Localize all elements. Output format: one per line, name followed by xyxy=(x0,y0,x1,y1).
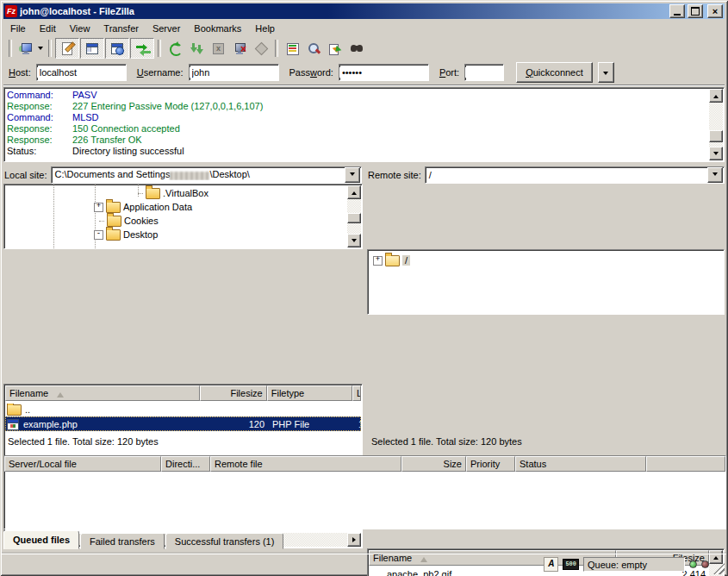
synchronized-browsing-icon xyxy=(350,41,364,55)
local-directory-tree[interactable]: .VirtualBox + Application Data Cookies -… xyxy=(3,184,363,249)
cancel-operation-button[interactable]: x xyxy=(208,39,228,58)
combo-dropdown-button[interactable] xyxy=(707,167,723,183)
title-bar[interactable]: Fz john@localhost - FileZilla × xyxy=(3,3,725,19)
transfer-queue[interactable]: Server/Local file Directi... Remote file… xyxy=(3,455,726,529)
combo-dropdown-button[interactable] xyxy=(345,167,360,183)
scroll-right-button[interactable] xyxy=(347,533,361,547)
toggle-transfer-queue-button[interactable] xyxy=(130,38,154,59)
site-manager-icon xyxy=(19,41,33,55)
compare-directories-icon xyxy=(328,41,342,55)
toggle-remote-tree-button[interactable] xyxy=(105,38,129,59)
menu-file[interactable]: File xyxy=(3,22,33,35)
toggle-local-tree-button[interactable] xyxy=(80,38,104,59)
remote-directory-tree[interactable]: + / xyxy=(367,249,725,315)
tree-item-desktop[interactable]: - Desktop xyxy=(94,228,158,241)
menu-help[interactable]: Help xyxy=(248,22,282,35)
toolbar-separator xyxy=(9,40,12,57)
quickconnect-button[interactable]: Quickconnect xyxy=(516,62,593,83)
dropdown-arrow-icon xyxy=(712,172,718,178)
local-file-row-example-php[interactable]: example.php 120 PHP File 1 xyxy=(5,416,361,431)
tree-expander-icon[interactable]: - xyxy=(94,230,103,240)
host-input[interactable] xyxy=(37,67,126,78)
scroll-down-button[interactable] xyxy=(709,147,723,160)
speed-limit-icon[interactable]: 500 xyxy=(563,559,579,570)
toolbar-separator xyxy=(275,40,278,57)
port-input[interactable] xyxy=(465,67,503,78)
tab-failed-transfers[interactable]: Failed transfers xyxy=(80,533,165,549)
remote-site-combobox[interactable]: / xyxy=(425,166,725,184)
column-header-filetype[interactable]: Filetype xyxy=(267,385,352,401)
column-header-filename[interactable]: Filename xyxy=(5,385,200,401)
site-manager-button[interactable] xyxy=(16,39,36,58)
directory-filter-button[interactable] xyxy=(282,39,302,58)
tree-item-cookies[interactable]: Cookies xyxy=(99,214,159,228)
message-log-icon xyxy=(60,41,74,55)
refresh-button[interactable] xyxy=(165,39,185,58)
local-tree-vertical-scrollbar[interactable] xyxy=(347,185,361,247)
column-header-priority[interactable]: Priority xyxy=(466,456,515,472)
message-log: Command:PASV Response:227 Entering Passi… xyxy=(3,87,725,162)
file-search-button[interactable] xyxy=(303,39,324,58)
scrollbar-thumb[interactable] xyxy=(347,213,361,223)
minimize-button[interactable] xyxy=(669,4,685,18)
log-vertical-scrollbar[interactable] xyxy=(709,89,723,160)
local-selection-status: Selected 1 file. Total size: 120 bytes xyxy=(3,433,363,449)
remote-path: / xyxy=(426,170,707,180)
synchronized-browsing-button[interactable] xyxy=(346,39,367,58)
log-line: Command:MLSD xyxy=(4,112,724,123)
menu-server[interactable]: Server xyxy=(146,22,187,35)
process-queue-icon xyxy=(190,41,203,55)
toggle-message-log-button[interactable] xyxy=(55,38,79,59)
folder-icon xyxy=(106,229,121,241)
tree-item-virtualbox[interactable]: .VirtualBox xyxy=(138,186,208,200)
log-line: Response:227 Entering Passive Mode (127,… xyxy=(4,101,724,112)
password-label: Password: xyxy=(289,67,333,78)
activity-led-red-icon xyxy=(701,560,709,568)
remote-tree-icon xyxy=(110,41,124,55)
scrollbar-thumb[interactable] xyxy=(709,130,723,142)
compare-directories-button[interactable] xyxy=(325,39,345,58)
column-header-direction[interactable]: Directi... xyxy=(161,456,210,472)
tree-item-application-data[interactable]: + Application Data xyxy=(94,200,192,214)
transfer-type-icon[interactable]: A xyxy=(544,557,558,572)
queue-tabs: Queued files Failed transfers Successful… xyxy=(3,530,283,549)
tab-queued-files[interactable]: Queued files xyxy=(3,530,79,549)
transfer-queue-icon xyxy=(135,41,149,55)
resize-grip[interactable] xyxy=(713,563,725,574)
column-header-filesize[interactable]: Filesize xyxy=(200,385,266,401)
reconnect-button[interactable] xyxy=(251,39,271,58)
username-input[interactable] xyxy=(190,67,278,78)
quickconnect-dropdown-button[interactable] xyxy=(598,62,614,83)
column-header-server-local-file[interactable]: Server/Local file xyxy=(4,456,161,472)
close-button[interactable]: × xyxy=(707,4,723,18)
menu-transfer[interactable]: Transfer xyxy=(96,22,146,35)
local-site-combobox[interactable]: C:\Documents and Settings\Desktop\ xyxy=(51,166,362,184)
tree-item-root[interactable]: + / xyxy=(373,254,410,267)
menu-edit[interactable]: Edit xyxy=(33,22,63,35)
column-header-status[interactable]: Status xyxy=(515,456,646,472)
disconnect-icon: × xyxy=(233,41,246,55)
filter-icon xyxy=(285,41,299,55)
scroll-up-button[interactable] xyxy=(709,89,723,103)
local-file-row-parent[interactable]: .. xyxy=(5,402,361,416)
disconnect-button[interactable]: × xyxy=(229,39,250,58)
tree-expander-icon[interactable]: + xyxy=(94,203,103,212)
local-list-header: Filename Filesize Filetype L xyxy=(5,385,361,401)
password-input[interactable] xyxy=(339,67,428,78)
menu-view[interactable]: View xyxy=(63,22,97,35)
open-folder-icon xyxy=(385,255,400,266)
tree-expander-icon[interactable]: + xyxy=(373,256,383,266)
log-line: Response:226 Transfer OK xyxy=(4,135,724,146)
dropdown-arrow-icon xyxy=(350,172,355,178)
column-header-lastmodified[interactable]: L xyxy=(352,385,361,401)
scroll-up-button[interactable] xyxy=(347,185,361,199)
column-header-remote-file[interactable]: Remote file xyxy=(210,456,401,472)
scroll-down-button[interactable] xyxy=(347,234,361,247)
filezilla-window: Fz john@localhost - FileZilla × File Edi… xyxy=(0,0,728,576)
menu-bookmarks[interactable]: Bookmarks xyxy=(187,22,248,35)
tab-successful-transfers[interactable]: Successful transfers (1) xyxy=(165,533,284,549)
site-manager-dropdown-arrow-icon[interactable] xyxy=(38,47,43,53)
column-header-size[interactable]: Size xyxy=(401,456,466,472)
maximize-button[interactable] xyxy=(688,4,703,18)
process-queue-button[interactable] xyxy=(186,39,207,58)
